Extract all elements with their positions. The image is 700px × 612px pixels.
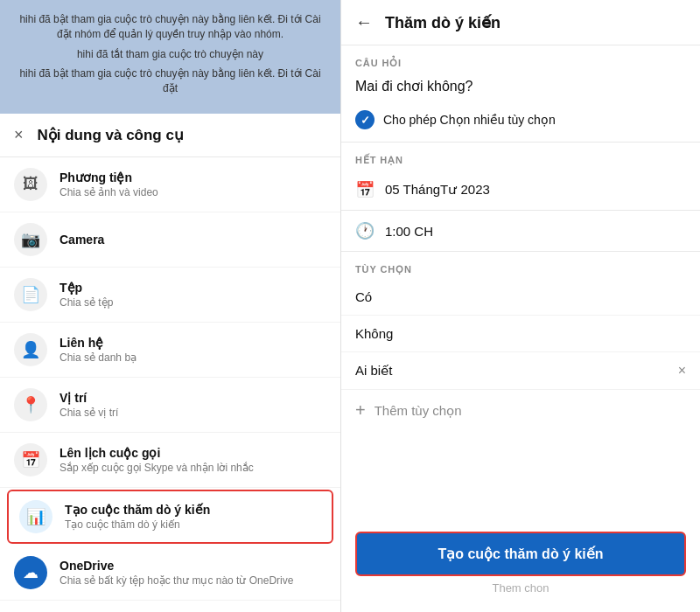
vi-tri-subtitle: Chia sẻ vị trí: [60, 407, 118, 419]
lich-cuoc-goi-title: Lên lịch cuộc gọi: [60, 446, 254, 460]
them-chon-label: Them chon: [355, 581, 686, 595]
calendar-icon: 📅: [355, 180, 374, 199]
phuong-tien-text: Phương tiện Chia sẻ ảnh và video: [60, 170, 158, 198]
tham-do-title: Tạo cuộc thăm dò ý kiến: [65, 503, 210, 517]
lien-he-text: Liên hệ Chia sẻ danh bạ: [60, 336, 136, 364]
tham-do-text: Tạo cuộc thăm dò ý kiến Tạo cuộc thăm dò…: [65, 503, 210, 531]
option-khong: Không: [341, 316, 700, 352]
add-option-row[interactable]: + Thêm tùy chọn: [341, 390, 700, 431]
section-cau-hoi: CÂU HỎI: [341, 45, 700, 73]
left-panel: hihi đã bật tham gia cuộc trò chuyện này…: [0, 0, 341, 612]
tham-do-icon: 📊: [19, 500, 52, 533]
lich-cuoc-goi-icon: 📅: [14, 443, 47, 476]
create-poll-button[interactable]: Tạo cuộc thăm dò ý kiến: [355, 532, 686, 576]
lien-he-title: Liên hệ: [60, 336, 136, 350]
lien-he-icon: 👤: [14, 333, 47, 366]
onedrive-icon: ☁: [14, 556, 47, 589]
tham-do-subtitle: Tạo cuộc thăm dò ý kiến: [65, 518, 210, 531]
menu-item-vi-tri[interactable]: 📍 Vị trí Chia sẻ vị trí: [0, 378, 340, 433]
option-co-text: Có: [355, 289, 372, 304]
phuong-tien-subtitle: Chia sẻ ảnh và video: [60, 186, 158, 198]
tep-title: Tệp: [60, 281, 113, 295]
back-button[interactable]: ←: [355, 12, 373, 32]
question-text: Mai đi chơi không?: [341, 73, 700, 103]
menu-title: Nội dung và công cụ: [38, 126, 184, 144]
lich-cuoc-goi-text: Lên lịch cuộc gọi Sắp xếp cuộc gọi Skype…: [60, 446, 254, 474]
onedrive-text: OneDrive Chia sẻ bất kỳ tệp hoặc thư mục…: [60, 559, 293, 587]
menu-item-lien-he[interactable]: 👤 Liên hệ Chia sẻ danh bạ: [0, 323, 340, 378]
menu-header: × Nội dung và công cụ: [0, 114, 340, 157]
onedrive-title: OneDrive: [60, 559, 293, 573]
option-ai-biet: Ai biết ×: [341, 352, 700, 390]
lich-cuoc-goi-subtitle: Sắp xếp cuộc gọi Skype và nhận lời nhắc: [60, 462, 254, 474]
menu-item-tham-do[interactable]: 📊 Tạo cuộc thăm dò ý kiến Tạo cuộc thăm …: [7, 490, 333, 544]
checkbox-checked-icon: [355, 110, 374, 129]
time-value: 1:00 CH: [385, 224, 433, 239]
close-button[interactable]: ×: [14, 127, 24, 143]
vi-tri-icon: 📍: [14, 388, 47, 421]
bottom-btn-area: Tạo cuộc thăm dò ý kiến Them chon: [341, 514, 700, 612]
option-khong-text: Không: [355, 326, 393, 341]
menu-item-phuong-tien[interactable]: 🖼 Phương tiện Chia sẻ ảnh và video: [0, 157, 340, 212]
right-panel: ← Thăm dò ý kiến CÂU HỎI Mai đi chơi khô…: [341, 0, 700, 612]
checkbox-label: Cho phép Chọn nhiều tùy chọn: [383, 113, 556, 127]
add-option-label: Thêm tùy chọn: [374, 403, 462, 419]
right-panel-title: Thăm dò ý kiến: [385, 13, 500, 32]
tep-icon: 📄: [14, 278, 47, 311]
onedrive-subtitle: Chia sẻ bất kỳ tệp hoặc thư mục nào từ O…: [60, 574, 293, 587]
menu-panel: × Nội dung và công cụ 🖼 Phương tiện Chia…: [0, 114, 340, 612]
tep-text: Tệp Chia sẻ tệp: [60, 281, 113, 309]
tep-subtitle: Chia sẻ tệp: [60, 296, 113, 309]
vi-tri-text: Vị trí Chia sẻ vị trí: [60, 391, 118, 419]
option-ai-biet-text: Ai biết: [355, 363, 392, 379]
menu-item-lich-cuoc-goi[interactable]: 📅 Lên lịch cuộc gọi Sắp xếp cuộc gọi Sky…: [0, 433, 340, 488]
camera-text: Camera: [60, 233, 104, 247]
chat-msg-2: hihi đã tắt tham gia cuộc trò chuyện này: [14, 47, 326, 62]
phuong-tien-icon: 🖼: [14, 168, 47, 201]
right-header: ← Thăm dò ý kiến: [341, 0, 700, 45]
add-option-icon: +: [355, 400, 366, 421]
chat-msg-1: hihi đã bật tham gia cuộc trò chuyện này…: [14, 12, 326, 42]
option-co: Có: [341, 279, 700, 316]
phuong-tien-title: Phương tiện: [60, 170, 158, 184]
camera-icon: 📷: [14, 223, 47, 256]
menu-item-camera[interactable]: 📷 Camera: [0, 212, 340, 268]
vi-tri-title: Vị trí: [60, 391, 118, 405]
chat-background: hihi đã bật tham gia cuộc trò chuyện này…: [0, 0, 340, 114]
chat-msg-3: hihi đã bật tham gia cuộc trò chuyện này…: [14, 66, 326, 96]
section-tuy-chon: TÙY CHỌN: [341, 252, 700, 279]
section-het-han: HẾT HẠN: [341, 143, 700, 170]
lien-he-subtitle: Chia sẻ danh bạ: [60, 351, 136, 364]
remove-ai-biet-button[interactable]: ×: [678, 363, 686, 379]
checkbox-nhieu-tuy-chon[interactable]: Cho phép Chọn nhiều tùy chọn: [341, 103, 700, 142]
menu-item-tep[interactable]: 📄 Tệp Chia sẻ tệp: [0, 268, 340, 323]
camera-title: Camera: [60, 233, 104, 247]
time-row[interactable]: 🕐 1:00 CH: [341, 211, 700, 251]
menu-item-onedrive[interactable]: ☁ OneDrive Chia sẻ bất kỳ tệp hoặc thư m…: [0, 546, 340, 601]
date-row[interactable]: 📅 05 ThángTư 2023: [341, 170, 700, 210]
clock-icon: 🕐: [355, 221, 374, 240]
date-value: 05 ThángTư 2023: [385, 182, 490, 198]
